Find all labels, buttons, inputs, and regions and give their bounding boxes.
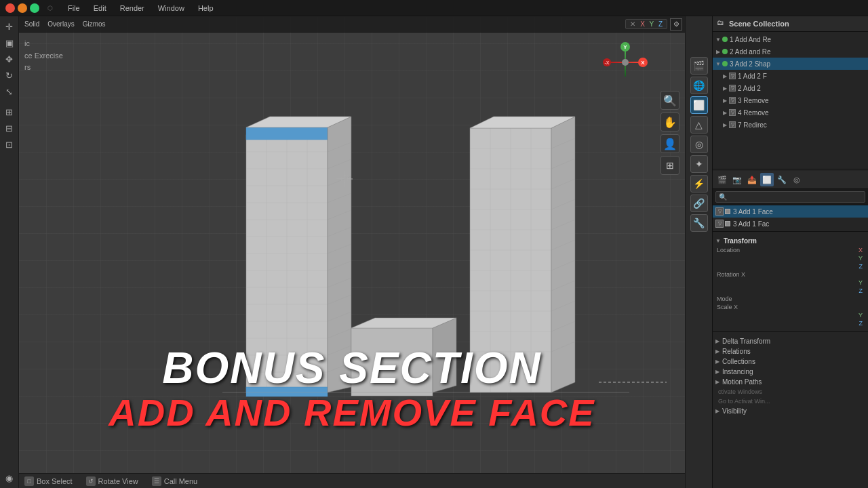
panel-separator-2: [713, 231, 868, 232]
tree-label-2: 2 Add and Re: [730, 48, 865, 56]
grid-tool[interactable]: ⊞: [660, 156, 679, 175]
viewport-gizmo[interactable]: Gizmos: [80, 19, 108, 29]
collections-arrow: ▶: [715, 359, 719, 365]
panel-motion-paths[interactable]: ▶ Motion Paths: [715, 377, 865, 387]
scale-z-axis: Z: [859, 320, 863, 327]
mesh-icon-5: ▽: [729, 85, 736, 92]
tool-extrude[interactable]: ⊞: [2, 104, 17, 119]
tree-label-7: 4 Remove: [738, 109, 865, 117]
tool-object-btn[interactable]: ⬜: [690, 96, 708, 114]
person-tool[interactable]: 👤: [660, 134, 679, 153]
transform-arrow: ▼: [715, 238, 721, 244]
menu-help[interactable]: Help: [194, 3, 218, 14]
prop-scene-icon[interactable]: 🎬: [715, 173, 729, 186]
delta-label: Delta Transform: [722, 338, 770, 345]
transform-mode-row: Mode: [715, 295, 865, 303]
tree-item-8[interactable]: ▶ ▽ 7 Redirec: [713, 119, 868, 131]
viewport-settings-btn[interactable]: ⚙: [670, 18, 682, 30]
axis-gizmo[interactable]: Y X -X: [601, 39, 649, 86]
tree-arrow-5: ▶: [722, 85, 728, 91]
obj-item-1[interactable]: ▽ 3 Add 1 Face: [713, 205, 868, 218]
tool-particles-btn[interactable]: ✦: [690, 155, 708, 173]
tool-constraints-btn[interactable]: 🔗: [690, 195, 708, 212]
scene-collection-header: 🗂 Scene Collection: [713, 16, 868, 32]
axis-x-neg-dot[interactable]: -X: [603, 58, 611, 66]
tree-label-6: 3 Remove: [738, 97, 865, 104]
prop-render-icon[interactable]: 📷: [730, 173, 744, 186]
menu-file[interactable]: File: [64, 3, 84, 14]
axis-center: [622, 59, 629, 66]
tree-dot-3: [722, 61, 728, 66]
z-label: Z: [658, 20, 663, 28]
tool-move[interactable]: ✥: [2, 52, 17, 66]
transform-scale-row: Scale X: [715, 303, 865, 311]
viewport[interactable]: Solid Overlays Gizmos ✕ X Y Z ⚙ ic ce Ex…: [19, 16, 685, 488]
tool-scale[interactable]: ⤡: [2, 84, 17, 99]
obj-label-1: 3 Add 1 Face: [733, 208, 773, 216]
tool-material-btn[interactable]: ◎: [690, 136, 708, 153]
scene-tree[interactable]: ▼ 1 Add And Re ▶ 2 Add and Re ▼ 3 Add 2 …: [713, 32, 868, 167]
tool-physics-btn[interactable]: ⚡: [690, 175, 708, 192]
tool-modifiers-btn[interactable]: 🔧: [690, 214, 708, 232]
close-button[interactable]: [5, 3, 15, 13]
panel-collections[interactable]: ▶ Collections: [715, 357, 865, 367]
visibility-label: Visibility: [722, 407, 747, 415]
tree-item-7[interactable]: ▶ ▽ 4 Remove: [713, 106, 868, 119]
minimize-button[interactable]: [18, 3, 27, 13]
tool-bevel[interactable]: ⊡: [2, 137, 17, 152]
panel-relations[interactable]: ▶ Relations: [715, 346, 865, 357]
tree-arrow-6: ▶: [722, 98, 728, 103]
pan-tool[interactable]: ✋: [660, 113, 679, 131]
go-to-activate-hint: Go to Activat Win...: [715, 396, 865, 406]
tree-item-5[interactable]: ▶ ▽ 2 Add 2: [713, 82, 868, 94]
menu-render[interactable]: Render: [116, 3, 149, 14]
bottom-panels: ▶ Delta Transform ▶ Relations ▶ Collecti…: [713, 333, 868, 419]
instancing-label: Instancing: [722, 368, 753, 375]
maximize-button[interactable]: [30, 3, 39, 13]
box-select-label: Box Select: [37, 477, 73, 485]
prop-output-icon[interactable]: 📤: [745, 173, 759, 186]
zoom-in-tool[interactable]: 🔍: [660, 91, 679, 110]
obj-item-2[interactable]: ▽ 3 Add 1 Fac: [713, 218, 868, 230]
prop-object-icon[interactable]: ⬜: [760, 173, 774, 186]
tool-select[interactable]: ▣: [2, 35, 17, 50]
axis-y-dot[interactable]: Y: [620, 42, 630, 52]
tool-extra[interactable]: ◉: [2, 470, 17, 485]
viewport-overlay[interactable]: Overlays: [45, 19, 77, 29]
tree-label-5: 2 Add 2: [738, 85, 865, 92]
mesh-icon-7: ▽: [729, 109, 736, 116]
status-box-select: □ Box Select: [24, 476, 73, 486]
tree-item-1[interactable]: ▼ 1 Add And Re: [713, 33, 868, 45]
prop-modifiers-icon[interactable]: 🔧: [775, 173, 789, 186]
search-input[interactable]: [715, 191, 865, 203]
location-z-axis: Z: [859, 263, 863, 270]
tree-item-2[interactable]: ▶ 2 Add and Re: [713, 45, 868, 58]
window-controls: [5, 3, 39, 13]
right-tools-strip: 🎬 🌐 ⬜ △ ◎ ✦ ⚡ 🔗 🔧: [685, 16, 712, 488]
panel-separator-1: [713, 169, 868, 169]
app-icon: ⬡: [47, 5, 53, 12]
panel-delta-transform[interactable]: ▶ Delta Transform: [715, 336, 865, 346]
tool-inset[interactable]: ⊟: [2, 121, 17, 136]
axis-x-dot[interactable]: X: [638, 58, 648, 67]
transform-header[interactable]: ▼ Transform: [715, 236, 865, 246]
tool-cursor[interactable]: ✛: [2, 19, 17, 34]
tool-rotate[interactable]: ↻: [2, 68, 17, 83]
prop-material-icon[interactable]: ◎: [790, 173, 804, 186]
status-bar: □ Box Select ↺ Rotate View ☰ Call Menu: [19, 473, 685, 488]
panel-visibility[interactable]: ▶ Visibility: [715, 406, 865, 416]
menu-edit[interactable]: Edit: [90, 3, 111, 14]
tool-mesh-btn[interactable]: △: [690, 116, 708, 134]
tool-world-btn[interactable]: 🌐: [690, 77, 708, 94]
transform-rotation-y-row: Y: [715, 279, 865, 287]
tree-item-3[interactable]: ▼ 3 Add 2 Shap: [713, 58, 868, 70]
tool-scene-btn[interactable]: 🎬: [690, 57, 708, 75]
y-label: Y: [650, 20, 654, 28]
delta-arrow: ▶: [715, 338, 719, 344]
menu-window[interactable]: Window: [154, 3, 189, 14]
panel-instancing[interactable]: ▶ Instancing: [715, 367, 865, 377]
tree-item-6[interactable]: ▶ ▽ 3 Remove: [713, 94, 868, 106]
info-line-2: ce Exrecise: [24, 50, 63, 62]
viewport-shading[interactable]: Solid: [22, 19, 42, 29]
tree-item-4[interactable]: ▶ ▽ 1 Add 2 F: [713, 70, 868, 82]
